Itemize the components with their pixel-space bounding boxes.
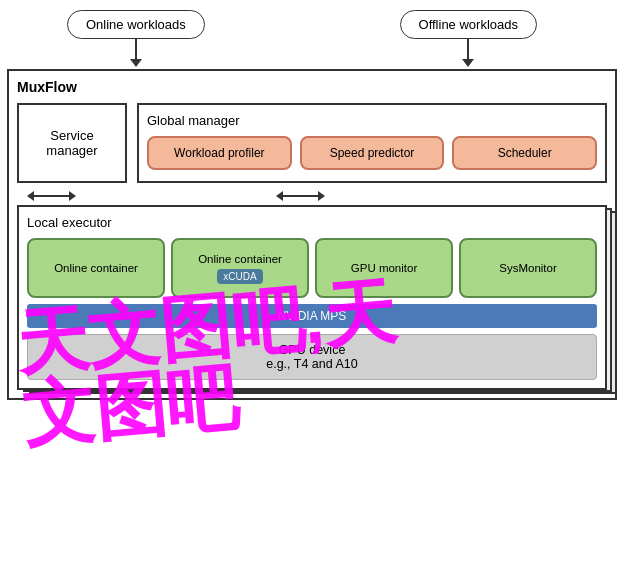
top-row: Service manager Global manager Workload …: [17, 103, 607, 183]
left-arrowhead: [27, 191, 34, 201]
local-executor-box: Local executor Online container Online c…: [17, 205, 607, 390]
gpu-monitor-box: GPU monitor: [315, 238, 453, 298]
online-workload-arrow: Online workloads: [67, 10, 205, 67]
gpu-device-sub-label: e.g., T4 and A10: [36, 357, 588, 371]
executor-components: Online container Online container xCUDA …: [27, 238, 597, 298]
arrow-line-2: [467, 39, 469, 59]
gpu-device-label: GPU device: [36, 343, 588, 357]
service-manager-label: Service manager: [29, 128, 115, 158]
left-arrow: [27, 191, 76, 201]
h-arrow-line-2: [283, 195, 318, 197]
service-manager-box: Service manager: [17, 103, 127, 183]
speed-predictor-box: Speed predictor: [300, 136, 445, 170]
main-diagram: Online workloads Offline workloads MuxFl…: [7, 10, 617, 400]
workload-profiler-box: Workload profiler: [147, 136, 292, 170]
online-workloads-label: Online workloads: [67, 10, 205, 39]
online-container-1-box: Online container: [27, 238, 165, 298]
stacked-container: Local executor Online container Online c…: [17, 205, 607, 390]
arrow-head-2: [462, 59, 474, 67]
offline-workload-arrow: Offline workloads: [400, 10, 537, 67]
sysmonitor-box: SysMonitor: [459, 238, 597, 298]
local-executor-label: Local executor: [27, 215, 597, 230]
right-arrowhead-2: [318, 191, 325, 201]
arrow-line-1: [135, 39, 137, 59]
left-arrowhead-2: [276, 191, 283, 201]
offline-workloads-label: Offline workloads: [400, 10, 537, 39]
online-container-2-label: Online container: [198, 253, 282, 265]
right-arrowhead: [69, 191, 76, 201]
muxflow-label: MuxFlow: [17, 79, 607, 95]
gpu-device-box: GPU device e.g., T4 and A10: [27, 334, 597, 380]
xcuda-badge: xCUDA: [217, 269, 262, 284]
online-container-1-label: Online container: [54, 262, 138, 274]
scheduler-box: Scheduler: [452, 136, 597, 170]
online-container-2-box: Online container xCUDA: [171, 238, 309, 298]
gm-components: Workload profiler Speed predictor Schedu…: [147, 136, 597, 170]
right-arrow: [276, 191, 325, 201]
arrow-head-1: [130, 59, 142, 67]
muxflow-box: MuxFlow Service manager Global manager W…: [7, 69, 617, 400]
speed-predictor-label: Speed predictor: [330, 146, 415, 160]
global-manager-label: Global manager: [147, 113, 597, 128]
h-arrow-line: [34, 195, 69, 197]
gpu-monitor-label: GPU monitor: [351, 262, 417, 274]
sysmonitor-label: SysMonitor: [499, 262, 557, 274]
scheduler-label: Scheduler: [498, 146, 552, 160]
workload-profiler-label: Workload profiler: [174, 146, 264, 160]
bidir-arrows-row: [27, 191, 607, 201]
global-manager-section: Global manager Workload profiler Speed p…: [137, 103, 607, 183]
nvidia-mps-bar: NVIDIA MPS: [27, 304, 597, 328]
